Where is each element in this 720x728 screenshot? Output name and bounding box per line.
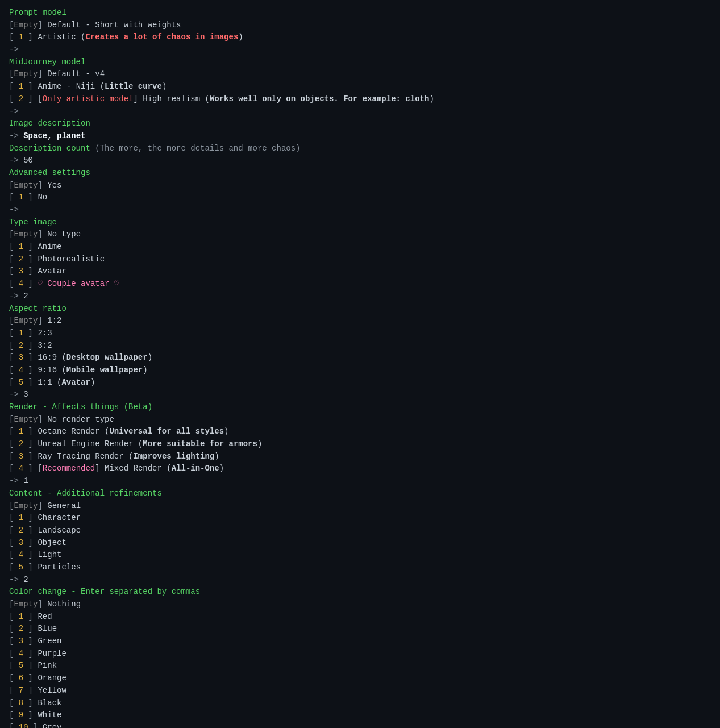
color-2: [ 2 ] Blue bbox=[9, 623, 711, 635]
aspect-4: [ 4 ] 9:16 (Mobile wallpaper) bbox=[9, 364, 711, 377]
midjourney-2: [ 2 ] [Only artistic model] High realism… bbox=[9, 93, 711, 106]
color-header: Color change - Enter separated by commas bbox=[9, 586, 711, 598]
color-10: [ 10 ] Grey bbox=[9, 722, 711, 728]
content-4: [ 4 ] Light bbox=[9, 549, 711, 561]
render-arrow: -> 1 bbox=[9, 475, 711, 488]
advanced-1: [ 1 ] No bbox=[9, 192, 711, 204]
description-count-value: -> 50 bbox=[9, 155, 711, 167]
advanced-settings-header: Advanced settings bbox=[9, 167, 711, 180]
aspect-ratio-header: Aspect ratio bbox=[9, 303, 711, 315]
render-header: Render - Affects things (Beta) bbox=[9, 401, 711, 414]
prompt-model-1: [ 1 ] Artistic (Creates a lot of chaos i… bbox=[9, 31, 711, 44]
color-empty: [Empty] Nothing bbox=[9, 598, 711, 611]
advanced-empty: [Empty] Yes bbox=[9, 180, 711, 192]
color-7: [ 7 ] Yellow bbox=[9, 685, 711, 697]
render-1: [ 1 ] Octane Render (Universal for all s… bbox=[9, 426, 711, 438]
color-6: [ 6 ] Orange bbox=[9, 672, 711, 685]
color-8: [ 8 ] Black bbox=[9, 697, 711, 710]
color-9: [ 9 ] White bbox=[9, 709, 711, 722]
content-empty: [Empty] General bbox=[9, 500, 711, 513]
color-1: [ 1 ] Red bbox=[9, 611, 711, 623]
image-description-header: Image description bbox=[9, 118, 711, 130]
content-3: [ 3 ] Object bbox=[9, 537, 711, 550]
content-5: [ 5 ] Particles bbox=[9, 561, 711, 574]
prompt-model-arrow: -> bbox=[9, 44, 711, 56]
type-empty: [Empty] No type bbox=[9, 228, 711, 241]
description-count-header: Description count (The more, the more de… bbox=[9, 143, 711, 155]
midjourney-model-header: MidJourney model bbox=[9, 56, 711, 69]
aspect-1: [ 1 ] 2:3 bbox=[9, 327, 711, 340]
type-image-header: Type image bbox=[9, 217, 711, 229]
prompt-model-empty: [Empty] Default - Short with weights bbox=[9, 19, 711, 32]
aspect-3: [ 3 ] 16:9 (Desktop wallpaper) bbox=[9, 352, 711, 364]
aspect-2: [ 2 ] 3:2 bbox=[9, 340, 711, 352]
content-2: [ 2 ] Landscape bbox=[9, 525, 711, 537]
type-arrow: -> 2 bbox=[9, 290, 711, 303]
color-4: [ 4 ] Purple bbox=[9, 648, 711, 660]
type-2: [ 2 ] Photorealistic bbox=[9, 253, 711, 266]
content-arrow: -> 2 bbox=[9, 574, 711, 586]
aspect-5: [ 5 ] 1:1 (Avatar) bbox=[9, 377, 711, 389]
advanced-arrow: -> bbox=[9, 204, 711, 217]
type-3: [ 3 ] Avatar bbox=[9, 265, 711, 278]
render-4: [ 4 ] [Recommended] Mixed Render (All-in… bbox=[9, 463, 711, 475]
type-4: [ 4 ] ♡ Couple avatar ♡ bbox=[9, 278, 711, 290]
aspect-arrow: -> 3 bbox=[9, 389, 711, 401]
image-description-value: -> Space, planet bbox=[9, 130, 711, 143]
color-5: [ 5 ] Pink bbox=[9, 660, 711, 672]
type-1: [ 1 ] Anime bbox=[9, 241, 711, 253]
render-2: [ 2 ] Unreal Engine Render (More suitabl… bbox=[9, 438, 711, 451]
midjourney-empty: [Empty] Default - v4 bbox=[9, 68, 711, 81]
content-header: Content - Additional refinements bbox=[9, 488, 711, 500]
midjourney-1: [ 1 ] Anime - Niji (Little curve) bbox=[9, 81, 711, 93]
midjourney-arrow: -> bbox=[9, 106, 711, 118]
render-3: [ 3 ] Ray Tracing Render (Improves light… bbox=[9, 451, 711, 463]
content-1: [ 1 ] Character bbox=[9, 512, 711, 525]
color-3: [ 3 ] Green bbox=[9, 635, 711, 648]
aspect-empty: [Empty] 1:2 bbox=[9, 315, 711, 327]
render-empty: [Empty] No render type bbox=[9, 414, 711, 426]
prompt-model-header: Prompt model bbox=[9, 7, 711, 19]
terminal-output: Prompt model [Empty] Default - Short wit… bbox=[9, 7, 711, 728]
